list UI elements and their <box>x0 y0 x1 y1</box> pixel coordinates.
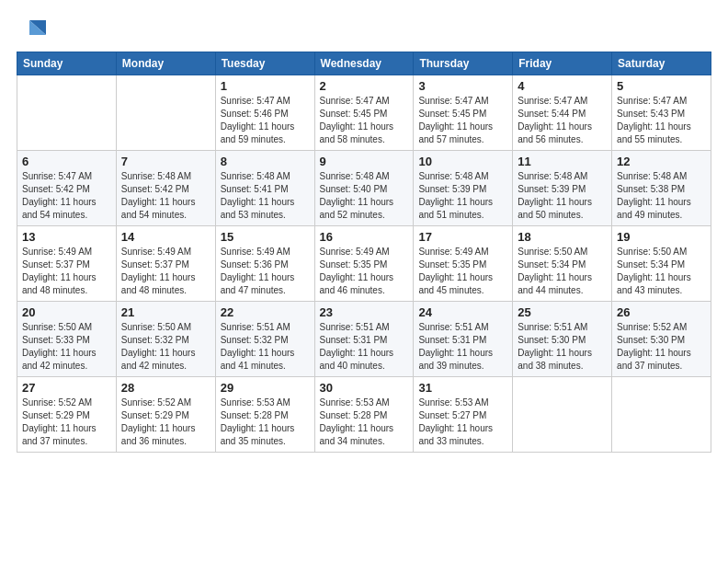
calendar-cell: 6Sunrise: 5:47 AM Sunset: 5:42 PM Daylig… <box>17 151 117 226</box>
calendar-cell: 24Sunrise: 5:51 AM Sunset: 5:31 PM Dayli… <box>414 302 513 377</box>
calendar-cell: 1Sunrise: 5:47 AM Sunset: 5:46 PM Daylig… <box>215 75 314 151</box>
day-info: Sunrise: 5:47 AM Sunset: 5:43 PM Dayligh… <box>617 95 706 146</box>
calendar-cell <box>513 377 612 453</box>
day-info: Sunrise: 5:49 AM Sunset: 5:37 PM Dayligh… <box>121 246 210 297</box>
calendar-week-row: 20Sunrise: 5:50 AM Sunset: 5:33 PM Dayli… <box>17 302 711 377</box>
day-number: 18 <box>518 230 607 244</box>
day-number: 26 <box>617 305 706 319</box>
calendar-cell: 31Sunrise: 5:53 AM Sunset: 5:27 PM Dayli… <box>414 377 513 453</box>
day-number: 23 <box>320 305 409 319</box>
calendar-week-row: 13Sunrise: 5:49 AM Sunset: 5:37 PM Dayli… <box>17 226 711 302</box>
day-info: Sunrise: 5:53 AM Sunset: 5:28 PM Dayligh… <box>320 396 409 448</box>
day-info: Sunrise: 5:48 AM Sunset: 5:38 PM Dayligh… <box>617 170 706 222</box>
calendar-cell <box>612 377 711 453</box>
calendar-cell: 17Sunrise: 5:49 AM Sunset: 5:35 PM Dayli… <box>414 226 513 302</box>
calendar-cell: 13Sunrise: 5:49 AM Sunset: 5:37 PM Dayli… <box>17 226 117 302</box>
day-info: Sunrise: 5:53 AM Sunset: 5:27 PM Dayligh… <box>418 396 507 448</box>
day-info: Sunrise: 5:50 AM Sunset: 5:33 PM Dayligh… <box>22 321 111 373</box>
day-number: 5 <box>617 79 706 93</box>
day-number: 3 <box>418 79 507 93</box>
day-info: Sunrise: 5:47 AM Sunset: 5:45 PM Dayligh… <box>418 95 507 146</box>
calendar-cell: 29Sunrise: 5:53 AM Sunset: 5:28 PM Dayli… <box>215 377 314 453</box>
day-info: Sunrise: 5:48 AM Sunset: 5:41 PM Dayligh… <box>221 170 310 222</box>
day-info: Sunrise: 5:51 AM Sunset: 5:32 PM Dayligh… <box>221 321 310 373</box>
day-number: 25 <box>518 305 607 319</box>
day-number: 22 <box>221 305 310 319</box>
calendar-cell: 11Sunrise: 5:48 AM Sunset: 5:39 PM Dayli… <box>513 151 612 226</box>
day-number: 1 <box>221 79 310 93</box>
day-number: 6 <box>22 155 111 168</box>
calendar-cell: 25Sunrise: 5:51 AM Sunset: 5:30 PM Dayli… <box>513 302 612 377</box>
day-info: Sunrise: 5:52 AM Sunset: 5:29 PM Dayligh… <box>22 396 111 448</box>
day-number: 7 <box>121 155 210 168</box>
day-number: 16 <box>320 230 409 244</box>
calendar-header-row: SundayMondayTuesdayWednesdayThursdayFrid… <box>17 52 711 75</box>
day-number: 13 <box>22 230 111 244</box>
day-info: Sunrise: 5:50 AM Sunset: 5:34 PM Dayligh… <box>617 246 706 297</box>
calendar-cell: 20Sunrise: 5:50 AM Sunset: 5:33 PM Dayli… <box>17 302 117 377</box>
day-number: 20 <box>22 305 111 319</box>
day-info: Sunrise: 5:51 AM Sunset: 5:30 PM Dayligh… <box>518 321 607 373</box>
day-info: Sunrise: 5:47 AM Sunset: 5:46 PM Dayligh… <box>221 95 310 146</box>
day-info: Sunrise: 5:52 AM Sunset: 5:29 PM Dayligh… <box>121 396 210 448</box>
day-number: 30 <box>320 381 409 395</box>
calendar-cell: 27Sunrise: 5:52 AM Sunset: 5:29 PM Dayli… <box>17 377 117 453</box>
calendar-cell: 7Sunrise: 5:48 AM Sunset: 5:42 PM Daylig… <box>116 151 215 226</box>
logo <box>17 17 46 42</box>
weekday-header: Sunday <box>17 52 117 75</box>
calendar-cell: 26Sunrise: 5:52 AM Sunset: 5:30 PM Dayli… <box>612 302 711 377</box>
page: SundayMondayTuesdayWednesdayThursdayFrid… <box>0 0 728 469</box>
calendar-cell: 23Sunrise: 5:51 AM Sunset: 5:31 PM Dayli… <box>314 302 414 377</box>
day-info: Sunrise: 5:49 AM Sunset: 5:37 PM Dayligh… <box>22 246 111 297</box>
day-info: Sunrise: 5:48 AM Sunset: 5:39 PM Dayligh… <box>418 170 507 222</box>
calendar-week-row: 6Sunrise: 5:47 AM Sunset: 5:42 PM Daylig… <box>17 151 711 226</box>
weekday-header: Saturday <box>612 52 711 75</box>
weekday-header: Wednesday <box>314 52 414 75</box>
day-number: 24 <box>418 305 507 319</box>
header <box>17 17 711 42</box>
day-number: 2 <box>320 79 409 93</box>
weekday-header: Tuesday <box>215 52 314 75</box>
calendar-cell: 22Sunrise: 5:51 AM Sunset: 5:32 PM Dayli… <box>215 302 314 377</box>
calendar-cell: 3Sunrise: 5:47 AM Sunset: 5:45 PM Daylig… <box>414 75 513 151</box>
day-number: 29 <box>221 381 310 395</box>
day-number: 31 <box>418 381 507 395</box>
day-info: Sunrise: 5:49 AM Sunset: 5:35 PM Dayligh… <box>418 246 507 297</box>
calendar-cell: 19Sunrise: 5:50 AM Sunset: 5:34 PM Dayli… <box>612 226 711 302</box>
day-number: 10 <box>418 155 507 168</box>
day-info: Sunrise: 5:51 AM Sunset: 5:31 PM Dayligh… <box>418 321 507 373</box>
calendar-cell: 8Sunrise: 5:48 AM Sunset: 5:41 PM Daylig… <box>215 151 314 226</box>
day-number: 21 <box>121 305 210 319</box>
day-info: Sunrise: 5:51 AM Sunset: 5:31 PM Dayligh… <box>320 321 409 373</box>
calendar-cell: 5Sunrise: 5:47 AM Sunset: 5:43 PM Daylig… <box>612 75 711 151</box>
day-number: 14 <box>121 230 210 244</box>
day-number: 4 <box>518 79 607 93</box>
day-number: 15 <box>221 230 310 244</box>
day-number: 11 <box>518 155 607 168</box>
calendar-week-row: 27Sunrise: 5:52 AM Sunset: 5:29 PM Dayli… <box>17 377 711 453</box>
weekday-header: Monday <box>116 52 215 75</box>
day-number: 19 <box>617 230 706 244</box>
calendar-cell: 30Sunrise: 5:53 AM Sunset: 5:28 PM Dayli… <box>314 377 414 453</box>
day-info: Sunrise: 5:49 AM Sunset: 5:36 PM Dayligh… <box>221 246 310 297</box>
logo-icon <box>20 17 46 42</box>
calendar-week-row: 1Sunrise: 5:47 AM Sunset: 5:46 PM Daylig… <box>17 75 711 151</box>
day-number: 27 <box>22 381 111 395</box>
calendar-cell: 21Sunrise: 5:50 AM Sunset: 5:32 PM Dayli… <box>116 302 215 377</box>
day-info: Sunrise: 5:47 AM Sunset: 5:42 PM Dayligh… <box>22 170 111 222</box>
calendar-cell: 9Sunrise: 5:48 AM Sunset: 5:40 PM Daylig… <box>314 151 414 226</box>
calendar-cell: 12Sunrise: 5:48 AM Sunset: 5:38 PM Dayli… <box>612 151 711 226</box>
calendar-cell: 10Sunrise: 5:48 AM Sunset: 5:39 PM Dayli… <box>414 151 513 226</box>
calendar: SundayMondayTuesdayWednesdayThursdayFrid… <box>17 52 711 453</box>
day-number: 12 <box>617 155 706 168</box>
calendar-cell: 2Sunrise: 5:47 AM Sunset: 5:45 PM Daylig… <box>314 75 414 151</box>
calendar-cell <box>116 75 215 151</box>
day-number: 17 <box>418 230 507 244</box>
calendar-cell: 4Sunrise: 5:47 AM Sunset: 5:44 PM Daylig… <box>513 75 612 151</box>
weekday-header: Friday <box>513 52 612 75</box>
day-number: 8 <box>221 155 310 168</box>
day-number: 28 <box>121 381 210 395</box>
day-info: Sunrise: 5:48 AM Sunset: 5:42 PM Dayligh… <box>121 170 210 222</box>
day-info: Sunrise: 5:50 AM Sunset: 5:34 PM Dayligh… <box>518 246 607 297</box>
day-info: Sunrise: 5:49 AM Sunset: 5:35 PM Dayligh… <box>320 246 409 297</box>
